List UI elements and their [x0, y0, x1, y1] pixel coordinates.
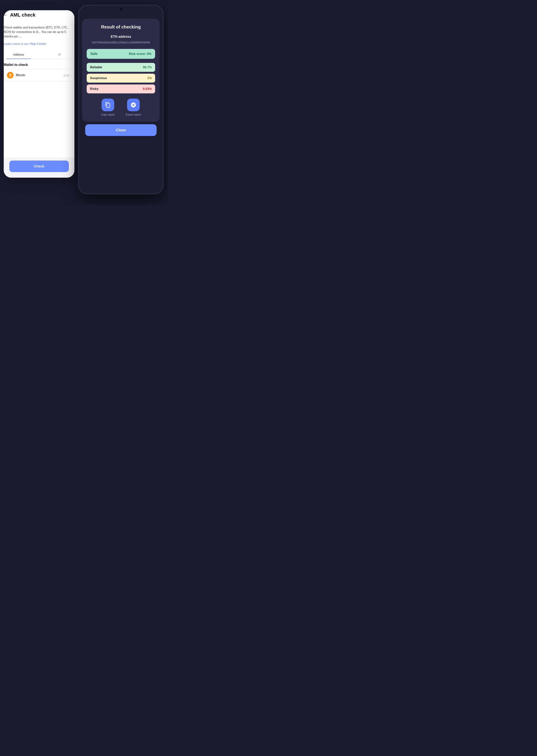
wallet-name: Bitcoin [16, 73, 25, 77]
tab-m[interactable]: M [39, 50, 74, 59]
dark-phone: Result of checking ETH address 0x87339a3… [78, 5, 164, 194]
white-phone-header: ← AML check [4, 10, 74, 21]
dark-phone-inner: Result of checking ETH address 0x87339a3… [82, 6, 160, 193]
side-button-right [163, 30, 164, 45]
wallet-section: Wallet to check ₿ Bitcoin 11,6... [4, 59, 74, 85]
close-button-container: Close [82, 122, 160, 142]
copy-icon [105, 102, 111, 108]
risky-value: 0.03% [143, 87, 152, 91]
export-report-label: Export report [126, 113, 141, 116]
white-phone: ← AML check Check wallets and transactio… [4, 10, 74, 178]
reliable-label: Reliable [90, 65, 102, 69]
bitcoin-icon: ₿ [7, 72, 14, 78]
risk-score-label: Risk score: 0% [129, 52, 151, 56]
wallet-section-label: Wallet to check [4, 63, 74, 67]
close-button[interactable]: Close [85, 124, 157, 136]
eth-address: 0x87339a32bd1a55b1c1fd3a21c18466bf6309ef… [87, 41, 155, 44]
suspicious-value: 1% [147, 76, 152, 80]
copy-icon-circle [102, 99, 114, 111]
scores-section: Reliable 98.7% Suspicious 1% Risky 0.03% [87, 63, 155, 93]
back-arrow-icon[interactable]: ← [4, 13, 8, 18]
score-row-reliable: Reliable 98.7% [87, 63, 155, 72]
side-button-left [78, 35, 79, 45]
wallet-amount: 11,6... [63, 74, 71, 77]
result-title: Result of checking [87, 24, 155, 29]
phone-white-bottom: Check [4, 157, 74, 178]
reliable-value: 98.7% [143, 65, 152, 69]
risky-label: Risky [90, 87, 99, 91]
suspicious-label: Suspicious [90, 76, 107, 80]
eth-label: ETH address [87, 35, 155, 39]
phone-white-content: Check wallets and transactions (BTC, ETH… [4, 21, 74, 89]
help-center-link[interactable]: Learn more in our Help Center [4, 42, 74, 46]
score-row-risky: Risky 0.03% [87, 84, 155, 93]
result-card: Result of checking ETH address 0x87339a3… [82, 19, 160, 122]
tab-address[interactable]: Address [4, 50, 39, 59]
copy-report-label: Copy report [101, 113, 115, 116]
page-title: AML check [10, 12, 35, 18]
actions-container: Copy report Export report [87, 99, 155, 116]
tabs-container: Address M [4, 50, 74, 59]
wallet-selector[interactable]: ₿ Bitcoin 11,6... [4, 69, 74, 81]
score-row-suspicious: Suspicious 1% [87, 74, 155, 83]
export-icon-circle [127, 99, 140, 111]
copy-report-action[interactable]: Copy report [101, 99, 115, 116]
check-button[interactable]: Check [9, 160, 69, 172]
camera-notch [120, 8, 122, 11]
safe-label: Safe [90, 52, 98, 56]
export-icon [130, 102, 136, 108]
safe-badge: Safe Risk score: 0% [87, 49, 155, 59]
description-text: Check wallets and transactions (BTC, ETH… [4, 25, 74, 39]
export-report-action[interactable]: Export report [126, 99, 141, 116]
